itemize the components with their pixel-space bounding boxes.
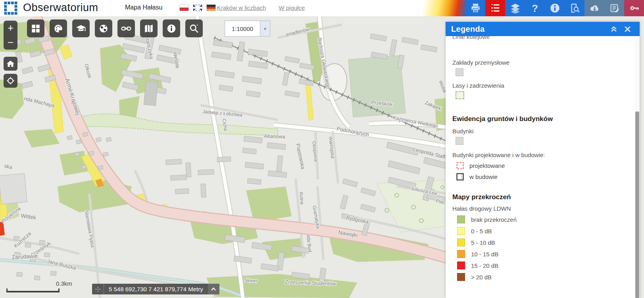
zoom-controls: + − — [4, 21, 17, 50]
noise-class-label: 10 - 15 dB — [471, 251, 498, 258]
globe-button[interactable] — [95, 19, 112, 37]
industry-swatch — [456, 68, 463, 76]
map-info-button[interactable] — [163, 19, 180, 37]
legend-item-industry-label: Zakłady przemysłowe — [452, 59, 635, 66]
document-search-button[interactable] — [565, 0, 584, 16]
key-icon — [629, 3, 640, 13]
layers-icon — [510, 3, 521, 13]
coordinates-collapse-button[interactable] — [208, 284, 219, 294]
zoom-in-button[interactable]: + — [4, 21, 17, 35]
street-label: Zarudawie — [12, 253, 38, 260]
print-icon — [470, 3, 481, 13]
app-title: Obserwatorium — [23, 2, 98, 14]
login-key-button[interactable] — [624, 0, 644, 16]
locate-button[interactable] — [4, 74, 17, 88]
globe-icon — [98, 23, 109, 34]
noise-swatch — [457, 215, 465, 223]
legend-item-railways: Linie kolejowe — [452, 36, 635, 41]
noise-swatch — [457, 238, 465, 246]
notes-edit-button[interactable] — [604, 0, 624, 16]
noise-swatch — [457, 227, 465, 235]
basemap-grid-button[interactable] — [27, 19, 44, 37]
coordinates-value: 5 548 692,730 7 421 879,774 Metry — [104, 286, 208, 292]
uk-flag[interactable] — [193, 4, 202, 11]
graduation-cap-icon — [76, 23, 86, 34]
layers-button[interactable] — [505, 0, 525, 16]
education-button[interactable] — [72, 19, 90, 37]
legend-section-noise: Mapy przekroczeń — [452, 193, 635, 201]
link-icon — [121, 23, 131, 34]
info-icon — [550, 3, 560, 13]
germany-flag[interactable] — [206, 4, 216, 11]
legend-scrollbar[interactable] — [635, 36, 640, 298]
legend-section-buildings: Ewidencja gruntów i budynków — [452, 115, 635, 123]
theme-palette-button[interactable] — [50, 19, 67, 37]
under-construction-swatch — [456, 173, 464, 181]
noise-class-row: 10 - 15 dB — [457, 250, 635, 258]
noise-swatch — [457, 261, 465, 269]
legend-title: Legenda — [451, 25, 484, 34]
dots-grip-icon — [95, 286, 101, 292]
scalebar — [6, 288, 60, 292]
planned-label: projektowane — [469, 162, 505, 169]
zoom-out-button[interactable]: − — [4, 35, 17, 50]
legend-panel: Legenda Linie kolejowe Zakłady przemysło… — [446, 22, 640, 298]
scale-selector: 1:10000 ▾ — [225, 21, 270, 37]
share-link-button[interactable] — [117, 19, 135, 37]
street-label: Altanowa — [264, 133, 286, 140]
poland-flag[interactable] — [179, 4, 189, 11]
noise-swatch — [457, 273, 465, 281]
buildings-swatch — [456, 137, 463, 145]
home-icon — [6, 60, 15, 68]
scale-dropdown-arrow[interactable]: ▾ — [260, 21, 270, 37]
w-pigulce-link[interactable]: W pigułce — [279, 4, 305, 11]
legend-item-label: Linie kolejowe — [452, 36, 635, 40]
legend-item-under-construction: w budowie — [456, 173, 635, 181]
cloud-download-button[interactable] — [584, 0, 604, 16]
close-icon — [625, 26, 631, 32]
search-icon — [189, 23, 199, 34]
map-sheets-button[interactable] — [140, 19, 158, 37]
legend-close-button[interactable] — [621, 23, 634, 35]
noise-class-label: 15 - 20 dB — [471, 262, 498, 269]
legend-item-forest-label: Lasy i zadrzewienia — [452, 82, 635, 89]
notes-edit-icon — [609, 3, 620, 13]
noise-class-label: 5 - 10 dB — [471, 239, 495, 246]
palette-icon — [53, 23, 63, 34]
crosshair-icon — [6, 77, 15, 85]
scale-value[interactable]: 1:10000 — [225, 21, 260, 37]
legend-item-planned-buildings-label: Budynki projektowane i w budowie: — [452, 152, 635, 158]
noise-class-row: 0 - 5 dB — [457, 227, 635, 235]
legend-button-active[interactable] — [485, 0, 505, 16]
double-chevron-up-icon — [610, 25, 618, 33]
page-title: Mapa Hałasu — [125, 4, 162, 11]
legend-item-planned: projektowane — [456, 162, 635, 169]
chevron-up-icon — [211, 287, 216, 291]
noise-class-row: 15 - 20 dB — [457, 261, 635, 269]
coordinates-grip[interactable] — [92, 284, 104, 294]
document-search-icon — [569, 3, 580, 13]
home-button[interactable] — [4, 57, 17, 71]
legend-item-buildings-label: Budynki — [452, 128, 635, 135]
legend-scrollbar-thumb[interactable] — [635, 112, 639, 298]
help-button[interactable]: ? — [525, 0, 545, 16]
scalebar-label: 0.3km — [56, 280, 72, 287]
street-label: Skwer — [244, 277, 258, 284]
map-search-button[interactable] — [185, 19, 203, 37]
forest-swatch — [456, 91, 464, 99]
legend-collapse-button[interactable] — [607, 23, 621, 35]
map-toolbar — [27, 19, 203, 37]
noise-class-label: brak przekroczeń — [471, 216, 517, 223]
noise-class-row: > 20 dB — [457, 273, 635, 281]
sport-field — [348, 56, 406, 117]
info-button[interactable] — [545, 0, 565, 16]
legend-content[interactable]: Linie kolejowe Zakłady przemysłowe Lasy … — [446, 36, 635, 298]
coordinates-bar: 5 548 692,730 7 421 879,774 Metry — [92, 284, 219, 294]
krakow-w-liczbach-link[interactable]: Kraków w liczbach — [217, 4, 266, 11]
noise-class-label: > 20 dB — [471, 274, 492, 281]
legend-panel-header[interactable]: Legenda — [446, 22, 640, 36]
legend-list-icon — [490, 3, 501, 13]
print-button[interactable] — [465, 0, 485, 16]
planned-building-swatch — [456, 162, 464, 169]
under-construction-label: w budowie — [469, 173, 498, 180]
